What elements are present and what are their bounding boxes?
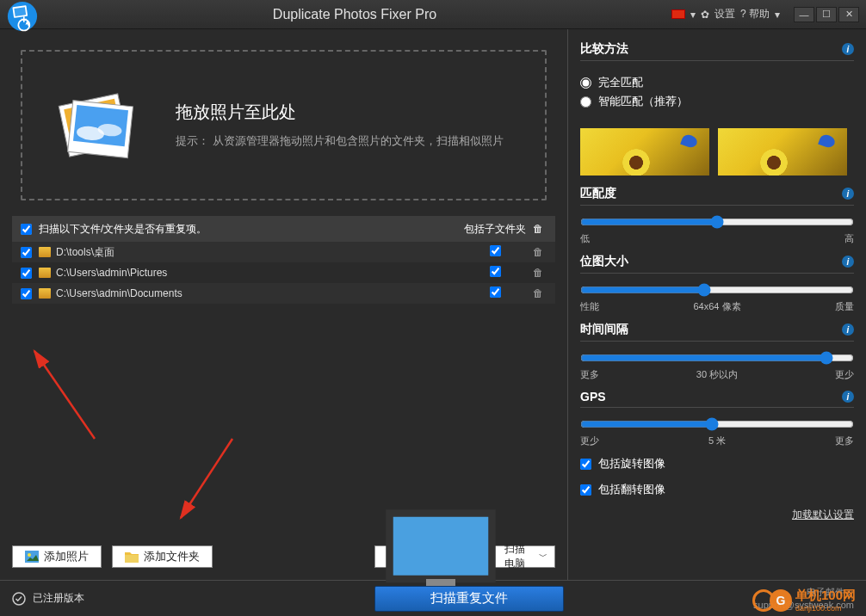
time-slider[interactable]	[580, 350, 854, 366]
add-photos-button[interactable]: 添加照片	[12, 545, 102, 568]
slider-low: 更多	[580, 368, 599, 381]
scan-computer-label: 扫描电脑	[504, 542, 534, 571]
svg-line-12	[181, 439, 232, 518]
gps-slider[interactable]	[580, 416, 854, 432]
photo-icon	[25, 551, 39, 563]
svg-rect-15	[125, 555, 139, 563]
thumbnail-right	[718, 128, 847, 176]
folder-list: D:\tools\桌面 🗑 C:\Users\admin\Pictures 🗑 …	[12, 242, 555, 304]
flag-dropdown-icon[interactable]: ▾	[690, 9, 696, 21]
row-subfolder-checkbox[interactable]	[490, 286, 501, 298]
footer: 已注册版本 扫描重复文件 电子邮件： support@systweak.com	[0, 580, 866, 616]
row-path: D:\tools\桌面	[56, 245, 461, 260]
folder-icon	[39, 268, 51, 278]
drop-heading: 拖放照片至此处	[176, 101, 504, 124]
load-defaults-link[interactable]: 加载默认设置	[580, 508, 854, 522]
info-icon[interactable]: i	[842, 391, 854, 403]
list-item[interactable]: C:\Users\admin\Pictures 🗑	[12, 262, 555, 283]
compare-thumbnails	[580, 128, 854, 176]
svg-rect-16	[390, 513, 492, 579]
svg-rect-2	[14, 7, 26, 16]
slider-high: 更多	[835, 434, 854, 447]
row-checkbox[interactable]	[21, 268, 32, 279]
smart-match-radio[interactable]: 智能匹配（推荐）	[580, 92, 854, 111]
add-photos-label: 添加照片	[44, 549, 89, 564]
slider-low: 性能	[580, 300, 599, 313]
row-path: C:\Users\admin\Pictures	[56, 267, 461, 279]
exact-match-radio[interactable]: 完全匹配	[580, 73, 854, 92]
slider-high: 高	[844, 232, 854, 245]
include-rotate-checkbox[interactable]: 包括旋转图像	[580, 454, 854, 473]
watermark: G 单机100网danji100.com	[752, 588, 856, 613]
folder-icon	[39, 288, 51, 299]
annotation-arrows	[26, 344, 284, 533]
slider-mid: 64x64 像素	[693, 300, 740, 313]
svg-line-11	[34, 351, 95, 439]
help-link[interactable]: ? 帮助	[740, 7, 770, 22]
scan-computer-dropdown[interactable]: 扫描电脑 ﹀	[374, 545, 555, 568]
chevron-down-icon: ﹀	[539, 551, 547, 563]
match-header: 匹配度i	[580, 186, 854, 206]
include-flip-checkbox[interactable]: 包括翻转图像	[580, 480, 854, 499]
titlebar: Duplicate Photos Fixer Pro ▾ ✿ 设置 ? 帮助 ▾…	[0, 0, 866, 29]
gear-icon[interactable]: ✿	[701, 9, 709, 21]
add-folder-label: 添加文件夹	[144, 549, 200, 564]
flag-icon[interactable]	[671, 9, 685, 19]
row-subfolder-checkbox[interactable]	[490, 245, 501, 256]
slider-low: 低	[580, 232, 590, 245]
bitmap-slider[interactable]	[580, 282, 854, 298]
compare-header: 比较方法i	[580, 41, 854, 61]
svg-point-14	[28, 553, 31, 557]
row-delete-icon[interactable]: 🗑	[529, 287, 547, 299]
slider-mid: 30 秒以内	[696, 368, 738, 381]
close-button[interactable]: ✕	[838, 7, 859, 22]
info-icon[interactable]: i	[842, 43, 854, 55]
check-circle-icon	[12, 592, 26, 606]
thumbnail-left	[580, 128, 709, 176]
app-logo-icon	[7, 1, 38, 32]
bitmap-header: 位图大小i	[580, 254, 854, 274]
list-subheader: 包括子文件夹	[461, 222, 529, 237]
gps-header: GPSi	[580, 390, 854, 408]
right-panel: 比较方法i 完全匹配 智能匹配（推荐） 匹配度i 低高 位图大小i 性能64x6…	[568, 29, 866, 580]
add-folder-button[interactable]: 添加文件夹	[112, 545, 213, 568]
folder-icon	[39, 247, 51, 257]
list-item[interactable]: C:\Users\admin\Documents 🗑	[12, 283, 555, 304]
scan-duplicates-button[interactable]: 扫描重复文件	[374, 586, 564, 612]
minimize-button[interactable]: —	[794, 7, 814, 22]
folder-icon	[125, 551, 139, 563]
help-dropdown-icon[interactable]: ▾	[775, 9, 780, 21]
list-item[interactable]: D:\tools\桌面 🗑	[12, 242, 555, 262]
slider-low: 更少	[580, 434, 599, 447]
slider-high: 质量	[835, 300, 854, 313]
row-delete-icon[interactable]: 🗑	[529, 246, 547, 258]
maximize-button[interactable]: ☐	[816, 7, 837, 22]
left-panel: 拖放照片至此处 提示： 从资源管理器拖动照片和包含照片的文件夹，扫描相似照片 扫…	[0, 29, 568, 580]
delete-all-icon[interactable]: 🗑	[529, 223, 547, 235]
settings-link[interactable]: 设置	[714, 7, 735, 22]
row-delete-icon[interactable]: 🗑	[529, 267, 547, 279]
app-title: Duplicate Photos Fixer Pro	[38, 7, 671, 22]
drop-hint: 提示： 从资源管理器拖动照片和包含照片的文件夹，扫描相似照片	[176, 132, 504, 150]
slider-high: 更少	[835, 368, 854, 381]
info-icon[interactable]: i	[842, 256, 854, 268]
row-subfolder-checkbox[interactable]	[490, 266, 501, 277]
list-header-text: 扫描以下文件/文件夹是否有重复项。	[39, 222, 461, 237]
match-slider[interactable]	[580, 214, 854, 230]
photos-stack-icon	[48, 83, 152, 169]
row-path: C:\Users\admin\Documents	[56, 287, 461, 299]
row-checkbox[interactable]	[21, 288, 32, 299]
time-header: 时间间隔i	[580, 322, 854, 342]
drop-zone[interactable]: 拖放照片至此处 提示： 从资源管理器拖动照片和包含照片的文件夹，扫描相似照片	[21, 50, 547, 200]
info-icon[interactable]: i	[842, 188, 854, 200]
select-all-checkbox[interactable]	[21, 224, 32, 235]
button-row: 添加照片 添加文件夹 扫描电脑 ﹀	[12, 540, 555, 568]
info-icon[interactable]: i	[842, 323, 854, 336]
row-checkbox[interactable]	[21, 247, 32, 258]
slider-mid: 5 米	[708, 434, 726, 447]
list-header: 扫描以下文件/文件夹是否有重复项。 包括子文件夹 🗑	[12, 216, 555, 242]
registered-status: 已注册版本	[12, 591, 84, 606]
